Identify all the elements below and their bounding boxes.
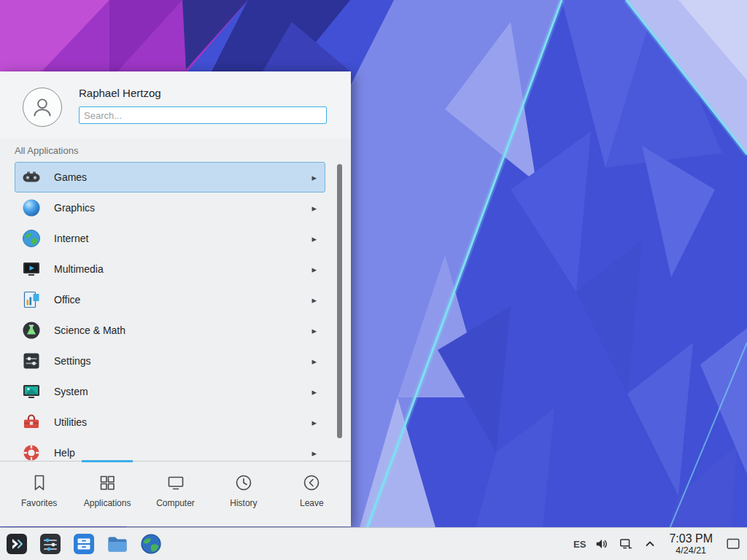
graphics-orb-icon — [21, 198, 42, 218]
bookmark-icon — [29, 472, 50, 493]
chevron-right-icon: ▸ — [311, 417, 317, 428]
monitor-play-icon — [21, 259, 42, 279]
category-row-system[interactable]: System ▸ — [15, 376, 325, 407]
category-row-utilities[interactable]: Utilities ▸ — [15, 407, 325, 438]
category-label: Multimedia — [54, 263, 311, 275]
category-row-science-math[interactable]: Science & Math ▸ — [15, 315, 325, 346]
chevron-right-icon: ▸ — [311, 295, 317, 306]
app-launcher-icon[interactable] — [4, 532, 29, 556]
chevron-right-icon: ▸ — [311, 386, 317, 397]
network-icon[interactable] — [618, 536, 634, 552]
system-monitor-icon — [21, 381, 42, 402]
chevron-right-icon: ▸ — [311, 172, 317, 183]
clock-time: 7:03 PM — [669, 532, 713, 545]
tab-applications[interactable]: Applications — [73, 462, 141, 518]
category-label: Graphics — [54, 202, 311, 214]
tab-computer[interactable]: Computer — [142, 462, 209, 518]
digital-clock[interactable]: 7:03 PM 4/24/21 — [669, 532, 713, 556]
category-row-settings[interactable]: Settings ▸ — [15, 346, 325, 376]
life-ring-icon — [21, 443, 42, 461]
chevron-right-icon: ▸ — [311, 325, 317, 336]
category-list: Games ▸ Graphics ▸ Internet ▸ Multimedia… — [15, 162, 325, 461]
user-name: Raphael Hertzog — [79, 87, 161, 99]
category-label: Settings — [54, 355, 311, 367]
file-drawer-icon[interactable] — [71, 532, 96, 556]
tab-label: History — [230, 498, 257, 508]
category-label: Science & Math — [54, 324, 311, 336]
document-chart-icon — [21, 289, 42, 310]
search-input[interactable] — [79, 106, 327, 124]
gamepad-icon — [21, 167, 42, 187]
list-scrollbar[interactable] — [337, 164, 342, 438]
history-clock-icon — [233, 472, 254, 493]
chevron-right-icon: ▸ — [311, 233, 317, 244]
category-label: Games — [54, 171, 311, 183]
category-label: Help — [54, 447, 311, 459]
chevron-right-icon: ▸ — [311, 448, 317, 459]
terminal-config-icon[interactable] — [38, 532, 63, 556]
chevron-right-icon: ▸ — [311, 203, 317, 214]
flask-icon — [21, 320, 42, 341]
leave-icon — [301, 472, 322, 493]
category-row-internet[interactable]: Internet ▸ — [15, 223, 325, 254]
browser-globe-icon[interactable] — [139, 532, 163, 556]
system-tray: ES 7:03 PM 4/24/21 — [573, 532, 747, 556]
volume-icon[interactable] — [594, 536, 610, 552]
category-row-multimedia[interactable]: Multimedia ▸ — [15, 254, 325, 284]
tab-label: Computer — [156, 498, 195, 508]
chevron-right-icon: ▸ — [311, 264, 317, 275]
category-row-office[interactable]: Office ▸ — [15, 284, 325, 315]
category-label: Office — [54, 294, 311, 306]
computer-icon — [166, 472, 186, 493]
clock-date: 4/24/21 — [676, 545, 706, 556]
launcher-tabbar: Favorites Applications Computer History … — [0, 461, 351, 518]
tab-label: Leave — [300, 498, 324, 508]
tab-label: Favorites — [21, 498, 57, 508]
application-launcher-menu: Raphael Hertzog All Applications Games ▸… — [0, 71, 351, 526]
tab-label: Applications — [84, 498, 131, 508]
desktop: Raphael Hertzog All Applications Games ▸… — [0, 0, 747, 560]
expand-tray-caret-icon[interactable] — [642, 536, 658, 552]
category-row-games[interactable]: Games ▸ — [15, 162, 325, 192]
toolbox-icon — [21, 412, 42, 432]
category-row-help[interactable]: Help ▸ — [15, 438, 325, 461]
tab-favorites[interactable]: Favorites — [5, 462, 73, 518]
keyboard-layout-indicator[interactable]: ES — [573, 539, 586, 550]
taskbar-app-icons — [4, 532, 163, 556]
chevron-right-icon: ▸ — [311, 356, 317, 367]
category-row-graphics[interactable]: Graphics ▸ — [15, 192, 325, 223]
person-icon — [30, 95, 55, 120]
show-desktop-button[interactable] — [724, 532, 743, 556]
category-label: Utilities — [54, 416, 311, 428]
tab-leave[interactable]: Leave — [278, 462, 346, 518]
category-label: Internet — [54, 233, 311, 244]
sliders-icon — [21, 351, 42, 371]
folder-icon[interactable] — [105, 532, 130, 556]
user-avatar[interactable] — [23, 88, 62, 127]
taskbar: ES 7:03 PM 4/24/21 — [0, 527, 747, 560]
section-label: All Applications — [15, 145, 78, 156]
grid-icon — [97, 472, 117, 493]
globe-icon — [21, 228, 42, 249]
tab-history[interactable]: History — [209, 462, 277, 518]
category-label: System — [54, 386, 311, 397]
